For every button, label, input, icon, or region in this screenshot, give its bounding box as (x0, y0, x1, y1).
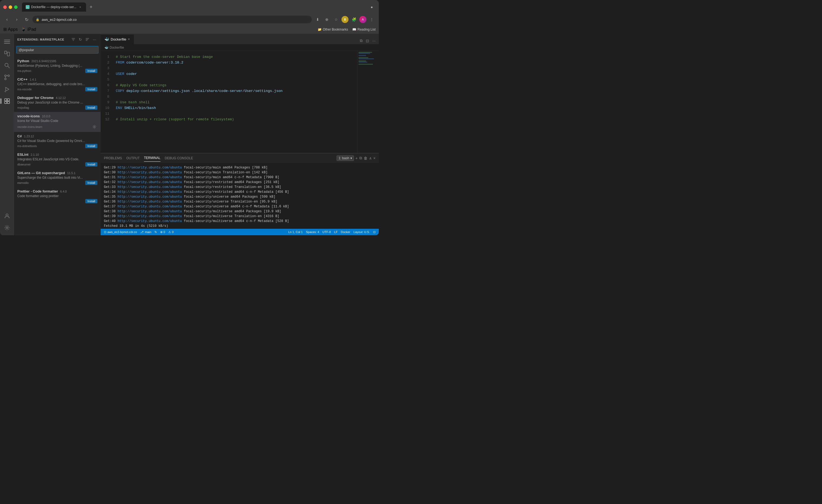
tab-title: Dockerfile — deploy-code-ser... (31, 5, 76, 9)
editor-tab-close[interactable]: × (128, 37, 130, 41)
split-terminal-icon[interactable]: ⧉ (359, 156, 362, 160)
sort-button[interactable] (84, 37, 90, 42)
minimize-window-button[interactable] (9, 5, 12, 9)
tab-debug-console[interactable]: DEBUG CONSOLE (165, 155, 193, 162)
code-editor[interactable]: # Start from the code-server Debian base… (111, 51, 357, 153)
refresh-button[interactable]: ↻ (77, 37, 83, 42)
download-icon[interactable]: ⬇ (314, 16, 322, 23)
ext-settings-vscode-icons[interactable] (91, 124, 97, 130)
filter-button[interactable] (70, 37, 76, 42)
svg-marker-10 (6, 87, 9, 91)
breadcrumb-icon: 🐳 (104, 46, 108, 49)
bookmark-star-icon[interactable]: ☆ (332, 16, 340, 23)
language-status[interactable]: Docker (341, 230, 350, 234)
breadcrumb-filename: Dockerfile (109, 46, 124, 49)
activity-explorer-icon[interactable] (2, 48, 12, 59)
traffic-lights (3, 5, 18, 9)
ipad-bookmark[interactable]: 📱 iPad (21, 27, 36, 32)
forward-button[interactable]: › (13, 16, 21, 23)
editor-layout-icon[interactable]: ⊡ (365, 38, 370, 44)
activity-run-icon[interactable] (2, 84, 12, 95)
terminal-content[interactable]: Get:29 http://security.ubuntu.com/ubuntu… (101, 163, 379, 229)
zoom-icon[interactable]: ⊕ (323, 16, 331, 23)
extension-item-python[interactable]: Python 2021.6.944021595 IntelliSense (Py… (14, 57, 101, 75)
line-ending-status[interactable]: LF (334, 230, 338, 234)
activity-account-icon[interactable] (2, 210, 12, 221)
terminal-line-4: Get:32 http://security.ubuntu.com/ubuntu… (104, 180, 376, 185)
tab-terminal[interactable]: TERMINAL (144, 154, 160, 162)
remote-status[interactable]: ⊡ aws_ec2-bpmct.cdr.co (104, 230, 137, 234)
editor-tab-dockerfile[interactable]: 🐳 Dockerfile × (101, 35, 134, 44)
extension-search-input[interactable] (19, 48, 96, 52)
new-terminal-icon[interactable]: + (356, 156, 358, 160)
activity-extensions-icon[interactable] (2, 96, 12, 107)
ext-name-gitlens: GitLens — Git supercharged (17, 171, 65, 175)
account-avatar[interactable]: A (359, 16, 366, 23)
reading-list-item[interactable]: 📖 Reading List (352, 28, 376, 31)
user-profile-icon[interactable]: B (342, 16, 349, 23)
ext-version-cpp: 1.4.1 (30, 78, 36, 81)
activity-search-icon[interactable] (2, 60, 12, 71)
tab-output[interactable]: OUTPUT (126, 155, 140, 162)
maximize-window-button[interactable] (14, 5, 18, 9)
back-button[interactable]: ‹ (3, 16, 11, 23)
close-panel-icon[interactable]: × (373, 156, 376, 160)
sync-status[interactable]: ↻ (154, 230, 157, 234)
extension-item-eslint[interactable]: ESLint 2.1.10 Integrates ESLint JavaScri… (14, 150, 101, 169)
activity-menu-icon[interactable] (2, 36, 12, 47)
fullscreen-button[interactable]: ● (368, 3, 376, 11)
extension-item-prettier[interactable]: Prettier - Code formatter 6.4.0 Code for… (14, 187, 101, 205)
editor-content[interactable]: 1 2 3 4 5 6 7 8 9 10 11 12 # Start from … (101, 51, 379, 153)
ext-install-csharp[interactable]: Install (85, 144, 97, 148)
indentation-status[interactable]: Spaces: 4 (306, 230, 319, 234)
extension-item-csharp[interactable]: C# 1.23.12 C# for Visual Studio Code (po… (14, 132, 101, 150)
new-tab-button[interactable]: + (87, 3, 95, 11)
terminal-line-1: Get:29 http://security.ubuntu.com/ubuntu… (104, 165, 376, 170)
split-editor-icon[interactable]: ⧉ (359, 37, 364, 44)
activity-git-icon[interactable] (2, 72, 12, 83)
ext-install-gitlens[interactable]: Install (85, 181, 97, 185)
broadcast-status[interactable]: ⊡ (373, 230, 376, 234)
warnings-status[interactable]: ⚠ 0 (168, 230, 173, 234)
menu-icon[interactable]: ⋮ (368, 16, 376, 23)
layout-status[interactable]: Layout: U.S. (353, 230, 370, 234)
ext-install-cpp[interactable]: Install (85, 87, 97, 91)
extension-item-chrome[interactable]: Debugger for Chrome 4.12.12 Debug your J… (14, 94, 101, 112)
close-window-button[interactable] (3, 5, 7, 9)
address-bar[interactable]: 🔒 aws_ec2-bpmct.cdr.co (32, 16, 312, 23)
apps-bookmark[interactable]: ⊞ Apps (3, 27, 18, 32)
sync-icon: ↻ (154, 230, 157, 234)
terminal-line-8: Get:36 http://security.ubuntu.com/ubuntu… (104, 199, 376, 204)
other-bookmarks-item[interactable]: 📁 Other Bookmarks (318, 28, 348, 31)
bookmarks-right: 📁 Other Bookmarks 📖 Reading List (318, 28, 376, 31)
activity-settings-icon[interactable] (2, 222, 12, 233)
tab-close-button[interactable]: × (78, 5, 82, 9)
ext-install-eslint[interactable]: Install (85, 162, 97, 167)
extension-item-vscode-icons[interactable]: vscode-icons 10.0.0 Icons for Visual Stu… (14, 112, 101, 132)
extension-item-cpp[interactable]: C/C++ 1.4.1 C/C++ IntelliSense, debuggin… (14, 75, 101, 94)
tab-problems[interactable]: PROBLEMS (104, 155, 122, 162)
cursor-position[interactable]: Ln 1, Col 1 (288, 230, 303, 234)
svg-point-7 (5, 75, 6, 77)
branch-name: main (145, 230, 151, 234)
ext-install-python[interactable]: Install (85, 69, 97, 73)
ext-publisher-cpp: ms-vscode (17, 88, 32, 91)
ext-install-prettier[interactable]: Install (85, 199, 97, 203)
ext-version-vscode-icons: 10.0.0 (42, 115, 50, 118)
encoding-status[interactable]: UTF-8 (323, 230, 331, 234)
extension-item-gitlens[interactable]: GitLens — Git supercharged 11.5.1 Superc… (14, 169, 101, 187)
ext-install-chrome[interactable]: Install (85, 105, 97, 110)
more-actions-button[interactable]: ··· (91, 37, 97, 42)
branch-status[interactable]: ⎇ main (140, 230, 151, 234)
extensions-icon[interactable]: 🧩 (350, 16, 358, 23)
active-tab[interactable]: 🐳 Dockerfile — deploy-code-ser... × (22, 2, 86, 12)
kill-terminal-icon[interactable]: 🗑 (364, 156, 367, 160)
shell-selector[interactable]: 1: bash ▾ (337, 155, 354, 161)
editor-more-icon[interactable]: ··· (371, 38, 377, 44)
sidebar-actions: ↻ ··· (70, 37, 97, 42)
errors-status[interactable]: ⊗ 0 (160, 230, 165, 234)
svg-point-17 (6, 227, 8, 228)
maximize-panel-icon[interactable]: ∧ (369, 156, 372, 160)
refresh-button[interactable]: ↻ (23, 16, 30, 23)
extension-search-box[interactable] (16, 46, 98, 54)
